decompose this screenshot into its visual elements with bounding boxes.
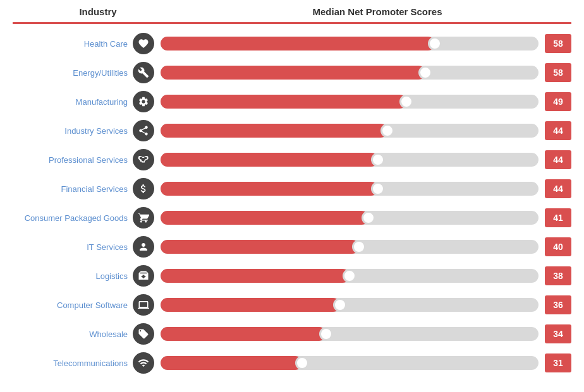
score-badge: 36: [545, 295, 571, 314]
industry-icon: [133, 323, 154, 345]
bar-dot: [319, 327, 333, 341]
bar-dot: [371, 153, 385, 167]
industry-icon: [133, 236, 154, 258]
bar-track: [161, 298, 538, 312]
bar-dot: [371, 182, 385, 196]
industry-label: Consumer Packaged Goods: [13, 213, 133, 223]
bar-fill: [161, 211, 368, 225]
score-badge: 40: [545, 237, 571, 256]
table-row: Computer Software 36: [13, 292, 571, 318]
table-row: Industry Services 44: [13, 117, 571, 144]
score-badge: 44: [545, 179, 571, 198]
table-row: Health Care 58: [13, 30, 571, 57]
bar-dot: [295, 356, 309, 370]
bar-dot: [418, 66, 432, 80]
table-row: IT Services 40: [13, 234, 571, 260]
bar-dot: [399, 95, 413, 109]
bar-track: [161, 327, 538, 341]
industry-label: Health Care: [13, 39, 133, 49]
table-row: Telecommunications 31: [13, 350, 571, 376]
bar-dot: [333, 298, 347, 312]
industry-label: Energy/Utilities: [13, 68, 133, 78]
bar-track: [161, 66, 538, 80]
bar-fill: [161, 240, 359, 254]
score-badge: 58: [545, 34, 571, 53]
industry-icon: [133, 265, 154, 287]
score-badge: 44: [545, 121, 571, 140]
industry-label: Financial Services: [13, 184, 133, 194]
bar-fill: [161, 124, 387, 138]
header-scores: Median Net Promoter Scores: [183, 6, 571, 17]
bar-fill: [161, 269, 350, 283]
bar-fill: [161, 356, 302, 370]
bar-track: [161, 269, 538, 283]
bar-dot: [352, 240, 366, 254]
bar-dot: [362, 211, 375, 225]
industry-icon: [133, 91, 154, 112]
bar-dot: [428, 37, 442, 50]
industry-icon: [133, 149, 154, 170]
industry-label: Computer Software: [13, 300, 133, 310]
bar-fill: [161, 327, 326, 341]
bar-track: [161, 153, 538, 167]
bar-track: [161, 182, 538, 196]
bar-fill: [161, 95, 406, 109]
industry-label: Wholesale: [13, 330, 133, 339]
table-header: Industry Median Net Promoter Scores: [13, 6, 571, 24]
industry-icon: [133, 178, 154, 199]
score-badge: 41: [545, 208, 571, 227]
industry-label: Professional Services: [13, 155, 133, 165]
table-row: Financial Services 44: [13, 175, 571, 202]
bar-fill: [161, 182, 378, 196]
bar-dot: [380, 124, 394, 138]
industry-icon: [133, 352, 154, 374]
table-row: Professional Services 44: [13, 146, 571, 173]
table-row: Energy/Utilities 58: [13, 59, 571, 86]
industry-label: IT Services: [13, 242, 133, 252]
bar-fill: [161, 37, 435, 50]
table-row: Logistics 38: [13, 263, 571, 289]
score-badge: 44: [545, 150, 571, 169]
score-badge: 34: [545, 324, 571, 343]
industry-icon: [133, 207, 154, 229]
bar-track: [161, 211, 538, 225]
header-industry: Industry: [13, 6, 183, 17]
industry-label: Telecommunications: [13, 359, 133, 368]
bar-fill: [161, 66, 425, 80]
bar-track: [161, 95, 538, 109]
industry-label: Industry Services: [13, 126, 133, 136]
bar-track: [161, 356, 538, 370]
industry-icon: [133, 33, 154, 54]
score-badge: 49: [545, 92, 571, 111]
industry-icon: [133, 62, 154, 83]
bar-track: [161, 124, 538, 138]
bar-track: [161, 240, 538, 254]
score-badge: 58: [545, 63, 571, 82]
bar-fill: [161, 153, 378, 167]
bar-fill: [161, 298, 340, 312]
industry-icon: [133, 120, 154, 141]
score-badge: 38: [545, 266, 571, 285]
table-row: Manufacturing 49: [13, 88, 571, 115]
table-row: Wholesale 34: [13, 321, 571, 347]
table-row: Consumer Packaged Goods 41: [13, 205, 571, 231]
bar-track: [161, 37, 538, 50]
chart-rows: Health Care 58 Energy/Utilities 58 Manuf…: [13, 30, 571, 376]
industry-label: Manufacturing: [13, 97, 133, 107]
industry-icon: [133, 294, 154, 316]
score-badge: 31: [545, 353, 571, 372]
industry-label: Logistics: [13, 271, 133, 281]
bar-dot: [343, 269, 356, 283]
